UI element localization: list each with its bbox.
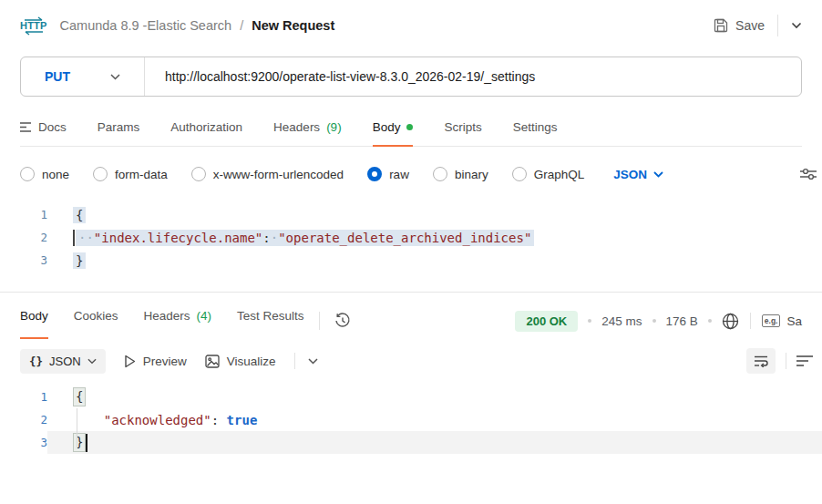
braces-icon: {}: [29, 355, 43, 368]
response-tab-test-results[interactable]: Test Results: [237, 303, 304, 338]
save-button[interactable]: Save: [714, 18, 765, 33]
play-icon: [124, 355, 136, 368]
word-wrap-icon: [754, 355, 768, 367]
breadcrumb-collection[interactable]: Camunda 8.9 -Elastic Search: [60, 18, 232, 33]
radio-urlencoded[interactable]: [191, 167, 206, 181]
visualize-button[interactable]: Visualize: [205, 355, 276, 368]
tab-scripts-label: Scripts: [444, 120, 481, 134]
filter-icon[interactable]: [796, 355, 813, 367]
radio-graphql[interactable]: [512, 167, 527, 181]
indent-guide: [77, 408, 77, 448]
response-tab-headers[interactable]: Headers (4): [144, 303, 212, 338]
save-options-chevron-down-icon[interactable]: [791, 22, 802, 29]
tab-headers-label: Headers: [273, 120, 320, 134]
radio-raw-selected[interactable]: [367, 167, 382, 181]
word-wrap-button[interactable]: [746, 348, 776, 374]
method-selector[interactable]: PUT: [45, 69, 70, 84]
mode-binary[interactable]: binary: [433, 167, 488, 181]
request-editor-line[interactable]: 3 }: [0, 249, 822, 272]
request-body-editor[interactable]: 1 { 2 ··"index.lifecycle.name":·"operate…: [0, 203, 822, 272]
request-editor-line[interactable]: 2 ··"index.lifecycle.name":·"operate_del…: [0, 226, 822, 249]
raw-language-label: JSON: [613, 168, 647, 181]
meta-separator-dot: [652, 319, 656, 323]
response-tab-headers-label: Headers: [144, 309, 190, 323]
preview-label: Preview: [143, 355, 187, 368]
close-brace: }: [76, 253, 83, 268]
json-colon: :: [262, 231, 270, 245]
save-button-label: Save: [735, 18, 765, 33]
radio-none[interactable]: [20, 167, 35, 181]
preview-button[interactable]: Preview: [124, 355, 187, 368]
mode-raw-label: raw: [389, 168, 409, 181]
topbar-divider: [777, 15, 778, 36]
response-size[interactable]: 176 B: [666, 314, 698, 328]
tab-settings[interactable]: Settings: [513, 120, 558, 146]
response-headers-count-badge: (4): [197, 309, 212, 323]
response-editor-line[interactable]: 2 "acknowledged": true: [0, 408, 822, 431]
breadcrumb-separator: /: [240, 18, 243, 33]
http-request-icon: HTTP: [20, 16, 47, 36]
active-line-highlight: }: [47, 431, 822, 454]
mode-urlencoded[interactable]: x-www-form-urlencoded: [191, 167, 344, 181]
response-tabs-divider: [319, 312, 320, 330]
visualize-label: Visualize: [227, 355, 276, 368]
tab-docs[interactable]: Docs: [20, 120, 67, 146]
response-format-select[interactable]: {} JSON: [20, 349, 106, 374]
text-cursor: [73, 230, 75, 246]
toolbar-right-divider: [786, 353, 786, 369]
meta-separator-dot: [588, 319, 591, 323]
response-tabs: Body Cookies Headers (4) Test Results: [20, 303, 304, 338]
json-key: "index.lifecycle.name": [94, 231, 262, 245]
url-input[interactable]: http://localhost:9200/operate-list-view-…: [165, 69, 535, 84]
response-tab-cookies[interactable]: Cookies: [74, 303, 118, 338]
line-number: 2: [0, 413, 47, 427]
response-body-editor[interactable]: 1 { 2 "acknowledged": true 3 }: [0, 386, 822, 454]
raw-language-select[interactable]: JSON: [613, 168, 663, 181]
request-response-divider: [0, 292, 822, 293]
response-tab-cookies-label: Cookies: [74, 309, 118, 323]
body-options-right[interactable]: S: [800, 159, 822, 189]
status-badge[interactable]: 200 OK: [515, 311, 578, 332]
globe-icon: [722, 313, 739, 330]
response-toolbar: {} JSON Preview Visualize: [20, 345, 802, 376]
line-number: 3: [0, 436, 47, 449]
response-history-button[interactable]: [334, 313, 351, 329]
tab-authorization[interactable]: Authorization: [170, 120, 242, 146]
mode-graphql[interactable]: GraphQL: [512, 167, 585, 181]
response-tab-body[interactable]: Body: [20, 303, 48, 338]
tab-headers[interactable]: Headers (9): [273, 120, 342, 146]
save-response-label[interactable]: Sa: [786, 314, 802, 328]
radio-binary[interactable]: [433, 167, 447, 181]
mode-none-label: none: [42, 168, 69, 181]
headers-count-badge: (9): [326, 120, 342, 134]
network-info-button[interactable]: [722, 313, 739, 330]
response-editor-line[interactable]: 3 }: [0, 431, 822, 454]
response-header: Body Cookies Headers (4) Test Results: [20, 303, 802, 338]
tab-scripts[interactable]: Scripts: [444, 120, 481, 146]
body-modified-dot-icon: [406, 124, 413, 130]
breadcrumb-current[interactable]: New Request: [252, 18, 334, 33]
line-number: 2: [0, 231, 47, 244]
toolbar-divider: [294, 353, 295, 369]
tab-body-label: Body: [373, 120, 401, 134]
request-editor-line[interactable]: 1 {: [0, 203, 822, 226]
topbar-actions: Save: [714, 15, 802, 36]
space: [219, 413, 226, 427]
mode-form-data[interactable]: form-data: [93, 167, 168, 181]
method-chevron-down-icon[interactable]: [110, 74, 120, 80]
tab-authorization-label: Authorization: [170, 120, 242, 134]
tab-params[interactable]: Params: [98, 120, 140, 146]
request-url-bar: PUT http://localhost:9200/operate-list-v…: [20, 57, 802, 97]
mode-none[interactable]: none: [20, 167, 69, 181]
radio-form-data[interactable]: [93, 167, 108, 181]
visualize-chevron-down-icon[interactable]: [308, 358, 318, 365]
urlbar-divider: [144, 57, 145, 96]
response-editor-line[interactable]: 1 {: [0, 386, 822, 408]
format-chevron-down-icon: [87, 358, 97, 365]
text-cursor: [86, 434, 87, 452]
mode-raw[interactable]: raw: [367, 167, 409, 181]
tab-body[interactable]: Body: [373, 120, 414, 146]
http-logo-label: HTTP: [20, 21, 47, 31]
response-toolbar-right: [746, 348, 802, 374]
response-time[interactable]: 245 ms: [601, 314, 642, 328]
